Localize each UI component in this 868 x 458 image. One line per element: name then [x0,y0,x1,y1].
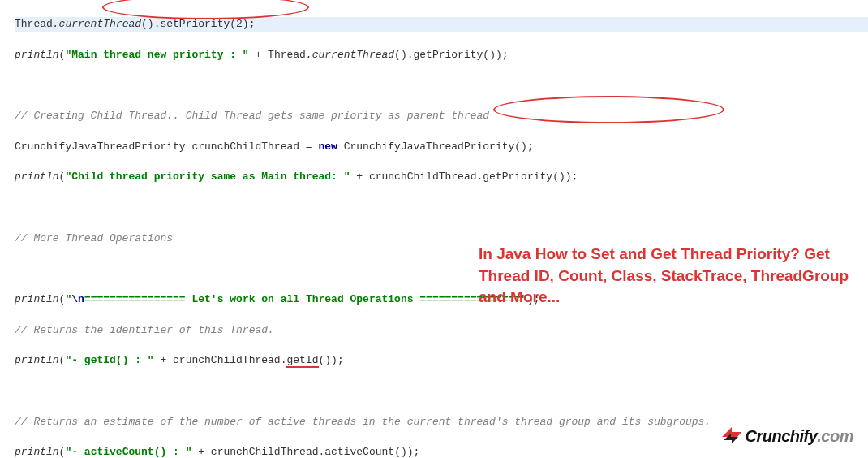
code-line: CrunchifyJavaThreadPriority crunchChildT… [15,140,868,155]
brand-logo-icon [720,427,741,447]
code-line-highlighted: Thread.currentThread().setPriority(2); [15,17,868,32]
code-comment: // Creating Child Thread.. Child Thread … [15,109,868,124]
code-comment: // Returns the identifier of this Thread… [15,323,868,339]
code-line: println("- getId() : " + crunchChildThre… [15,353,868,369]
overlay-caption: In Java How to Set and Get Thread Priori… [479,244,852,309]
brand-logo: Crunchify.com [720,425,853,448]
brand-logo-text: Crunchify.com [745,425,853,448]
code-line: println("Child thread priority same as M… [15,170,868,185]
code-snippet: Thread.currentThread().setPriority(2); p… [0,0,868,458]
code-line: println("Main thread new priority : " + … [15,48,868,63]
